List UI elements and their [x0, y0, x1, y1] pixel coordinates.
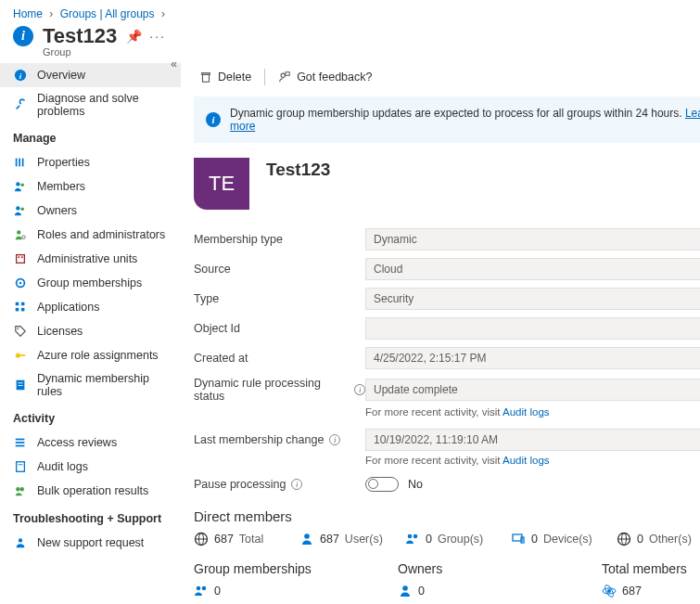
svg-point-32	[20, 487, 24, 491]
sidebar-section-activity: Activity	[0, 403, 181, 431]
group-avatar: TE	[194, 158, 249, 210]
tooltip-icon[interactable]: i	[329, 434, 340, 445]
sidebar-label: Properties	[37, 156, 90, 169]
svg-rect-35	[202, 73, 210, 75]
toolbar: Delete Got feedback?	[194, 63, 700, 96]
svg-rect-30	[18, 464, 22, 465]
svg-point-6	[20, 184, 24, 187]
sidebar-item-dynamic-rules[interactable]: Dynamic membership rules	[0, 367, 181, 403]
building-icon	[13, 251, 28, 266]
people-icon	[194, 584, 209, 598]
svg-point-42	[408, 534, 413, 539]
label-created-at: Created at	[194, 352, 365, 365]
pause-processing-toggle[interactable]	[365, 477, 399, 492]
people-icon	[405, 532, 420, 546]
collapse-icon[interactable]: «	[171, 58, 177, 71]
svg-rect-26	[16, 439, 25, 441]
summary-owners[interactable]: Owners 0	[398, 561, 528, 598]
sidebar-item-access-reviews[interactable]: Access reviews	[0, 431, 181, 455]
svg-point-33	[19, 538, 22, 542]
breadcrumb-home[interactable]: Home	[13, 7, 43, 20]
svg-rect-11	[17, 255, 25, 263]
stat-total[interactable]: 687Total	[194, 532, 277, 546]
value-dynamic-status: Update complete⧉	[365, 379, 700, 401]
list-icon	[13, 435, 28, 450]
more-icon[interactable]: ···	[149, 29, 166, 44]
svg-rect-25	[18, 385, 22, 386]
stat-devices[interactable]: 0Device(s)	[511, 532, 594, 546]
helper-audit-logs: For more recent activity, visit Audit lo…	[365, 455, 700, 466]
person-gear-icon	[13, 227, 28, 242]
stat-users[interactable]: 687User(s)	[299, 532, 383, 546]
sidebar-item-owners[interactable]: Owners	[0, 199, 181, 223]
sidebar-item-licenses[interactable]: Licenses	[0, 319, 181, 343]
value-membership-type: Dynamic⧉	[365, 228, 700, 251]
stat-others[interactable]: 0Other(s)	[617, 532, 700, 546]
globe-icon	[194, 532, 209, 546]
sidebar-item-support[interactable]: New support request	[0, 531, 181, 555]
sidebar-label: Dynamic membership rules	[37, 372, 172, 398]
svg-point-49	[197, 586, 201, 591]
person-feedback-icon	[278, 71, 291, 84]
sidebar-label: Licenses	[37, 325, 83, 338]
pin-icon[interactable]: 📌	[126, 29, 142, 44]
sidebar-item-members[interactable]: Members	[0, 174, 181, 199]
value-type: Security⧉	[365, 288, 700, 310]
svg-point-15	[19, 282, 22, 285]
banner-text: Dynamic group membership updates are exp…	[230, 107, 682, 120]
sidebar-item-overview[interactable]: i Overview	[0, 63, 181, 87]
sidebar-item-diagnose[interactable]: Diagnose and solve problems	[0, 87, 181, 122]
sidebar-item-roles[interactable]: Roles and administrators	[0, 223, 181, 247]
tooltip-icon[interactable]: i	[354, 384, 365, 395]
helper-audit-logs: For more recent activity, visit Audit lo…	[365, 406, 700, 418]
sidebar-item-audit-logs[interactable]: Audit logs	[0, 455, 181, 479]
audit-logs-link[interactable]: Audit logs	[503, 406, 550, 418]
tag-icon	[13, 324, 28, 339]
svg-rect-13	[21, 256, 23, 258]
people-icon	[13, 179, 28, 194]
sidebar-item-bulk-results[interactable]: Bulk operation results	[0, 479, 181, 503]
sidebar-label: Access reviews	[37, 436, 117, 449]
chevron-icon: ›	[45, 7, 57, 20]
svg-point-50	[202, 586, 207, 591]
group-name: Test123	[266, 160, 330, 180]
svg-rect-16	[16, 302, 19, 306]
label-pause-processing: Pause processingi	[194, 478, 365, 491]
sidebar-item-admin-units[interactable]: Administrative units	[0, 247, 181, 271]
svg-rect-17	[21, 302, 25, 306]
value-created-at: 4/25/2022, 2:15:17 PM⧉	[365, 347, 700, 369]
people-icon	[13, 203, 28, 218]
hero: TE Test123	[194, 158, 700, 210]
value-last-change: 10/19/2022, 11:19:10 AM⧉	[365, 429, 700, 451]
label-type: Type	[194, 292, 365, 305]
gear-icon	[13, 276, 28, 290]
person-icon	[299, 532, 314, 546]
sidebar-item-applications[interactable]: Applications	[0, 295, 181, 319]
document-icon	[13, 378, 28, 392]
sidebar-item-properties[interactable]: Properties	[0, 150, 181, 174]
svg-point-9	[17, 230, 20, 234]
sidebar-label: Azure role assignments	[37, 349, 159, 362]
stat-groups[interactable]: 0Group(s)	[405, 532, 489, 546]
support-icon	[13, 535, 28, 550]
feedback-button[interactable]: Got feedback?	[273, 67, 377, 87]
sidebar-label: Members	[37, 180, 85, 193]
feedback-label: Got feedback?	[297, 71, 372, 84]
sidebar-item-azure-roles[interactable]: Azure role assignments	[0, 343, 181, 367]
breadcrumb-groups[interactable]: Groups | All groups	[60, 7, 155, 20]
label-dynamic-status: Dynamic rule processing statusi	[194, 377, 365, 403]
breadcrumb: Home › Groups | All groups ›	[0, 0, 700, 22]
label-object-id: Object Id	[194, 322, 365, 335]
svg-rect-22	[19, 354, 25, 356]
grid-icon	[13, 300, 28, 315]
summary-group-memberships[interactable]: Group memberships 0	[194, 561, 324, 598]
summary-total-members[interactable]: Total members 687	[602, 561, 700, 598]
svg-rect-2	[16, 159, 18, 167]
sidebar-item-group-memberships[interactable]: Group memberships	[0, 271, 181, 295]
svg-point-20	[18, 328, 19, 330]
delete-label: Delete	[218, 71, 251, 84]
svg-rect-19	[21, 308, 25, 312]
delete-button[interactable]: Delete	[194, 67, 257, 87]
audit-logs-link[interactable]: Audit logs	[503, 455, 550, 466]
tooltip-icon[interactable]: i	[291, 479, 302, 490]
